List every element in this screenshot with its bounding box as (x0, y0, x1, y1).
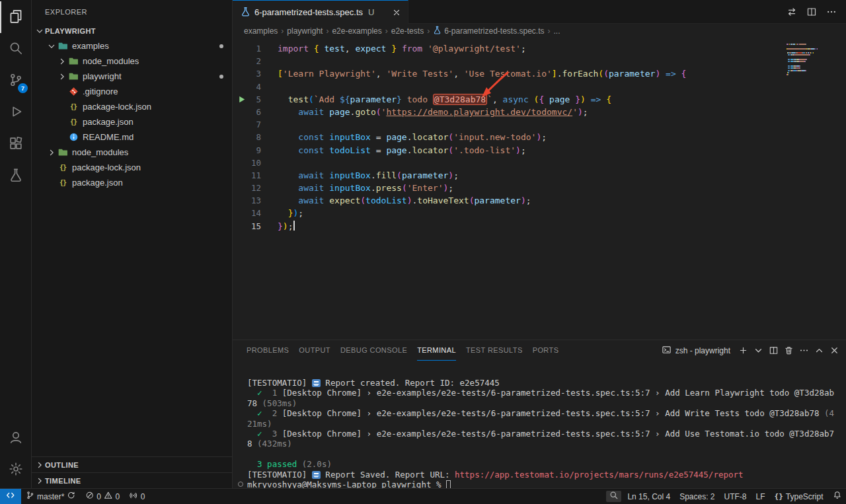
code-line-15[interactable]: 15}); (233, 220, 846, 233)
breadcrumb-item[interactable]: playwright (287, 26, 323, 36)
activity-item-testing[interactable] (0, 160, 31, 192)
code-line-1[interactable]: 1import { test, expect } from '@playwrig… (233, 42, 846, 55)
terminal-link[interactable]: https://app.testomat.io/projects/mars/ru… (455, 470, 744, 480)
terminal-line: ✓ 2 [Desktop Chrome] › e2e-examples/e2e-… (247, 408, 846, 418)
panel-tab-ports[interactable]: PORTS (533, 340, 559, 361)
activity-item-search[interactable] (0, 33, 31, 65)
breadcrumb: examples›playwright›e2e-examples›e2e-tes… (233, 24, 846, 38)
code-editor[interactable]: 1import { test, expect } from '@playwrig… (233, 38, 846, 340)
activity-item-run-debug[interactable] (0, 96, 31, 128)
terminal-line: 78 (503ms) (247, 398, 846, 408)
split-editor-icon[interactable] (804, 4, 820, 20)
code-line-13[interactable]: 13 await expect(todoList).toHaveText(par… (233, 194, 846, 207)
breadcrumb-separator: › (385, 26, 388, 36)
maximize-panel-icon[interactable] (812, 343, 827, 358)
tree-item-node_modules[interactable]: node_modules (32, 54, 232, 69)
terminal-line: 21ms) (247, 419, 846, 429)
panel-tab-debug-console[interactable]: DEBUG CONSOLE (340, 340, 407, 361)
terminal-actions: zsh - playwright (662, 343, 842, 358)
tree-item-.gitignore[interactable]: .gitignore (32, 84, 232, 99)
breadcrumb-item[interactable]: examples (244, 26, 278, 36)
panel-tab-terminal[interactable]: TERMINAL (417, 340, 456, 361)
magnifier-icon (609, 491, 619, 502)
line-number: 2 (233, 55, 278, 67)
code-line-7[interactable]: 7 (233, 118, 846, 131)
tree-item-package.json[interactable]: {}package.json (32, 114, 232, 129)
activity-item-account[interactable] (0, 422, 31, 454)
minimap[interactable] (787, 44, 834, 76)
close-panel-icon[interactable] (827, 343, 842, 358)
code-line-14[interactable]: 14 }); (233, 207, 846, 219)
code-line-9[interactable]: 9 const todoList = page.locator('.todo-l… (233, 144, 846, 157)
code-line-8[interactable]: 8 const inputBox = page.locator('input.n… (233, 131, 846, 143)
git-branch-status[interactable]: master* (21, 489, 81, 504)
code-line-11[interactable]: 11 await inputBox.fill(parameter); (233, 169, 846, 182)
terminal-dropdown-icon[interactable] (751, 343, 766, 358)
code-line-4[interactable]: 4 (233, 81, 846, 93)
breadcrumb-item[interactable]: e2e-tests (391, 26, 424, 36)
activity-item-explorer[interactable] (0, 1, 31, 33)
folder-icon (67, 56, 79, 66)
split-terminal-icon[interactable] (766, 343, 781, 358)
tree-item-label: node_modules (72, 147, 128, 157)
code-line-2[interactable]: 2 (233, 55, 846, 67)
sidebar-section-playwright[interactable]: PLAYWRIGHT (32, 23, 232, 38)
section-timeline[interactable]: TIMELINE (32, 472, 232, 488)
line-number: 5 (233, 93, 278, 106)
kill-terminal-icon[interactable] (781, 343, 796, 358)
encoding-status[interactable]: UTF-8 (720, 489, 751, 504)
more-actions-icon[interactable] (796, 343, 812, 358)
remote-indicator[interactable] (0, 489, 21, 504)
terminal-line: [TESTOMATIO] Report Saved. Report URL: h… (247, 470, 846, 480)
tree-item-playwright[interactable]: playwright (32, 69, 232, 84)
problems-status[interactable]: 0 0 (81, 489, 124, 504)
ports-count: 0 (141, 492, 145, 501)
tree-item-package-lock.json[interactable]: {}package-lock.json (32, 160, 232, 175)
activity-item-settings[interactable] (0, 454, 31, 486)
code-line-5[interactable]: 5 test(`Add ${parameter} todo @T3d28ab78… (233, 93, 846, 106)
sync-icon (67, 491, 76, 502)
terminal-line: ✓ 1 [Desktop Chrome] › e2e-examples/e2e-… (247, 388, 846, 398)
panel-tab-problems[interactable]: PROBLEMS (247, 340, 289, 361)
compare-changes-icon[interactable] (784, 4, 800, 20)
activity-item-source-control[interactable]: 7 (0, 65, 31, 96)
code-line-12[interactable]: 12 await inputBox.press('Enter'); (233, 182, 846, 194)
code-line-10[interactable]: 10 (233, 157, 846, 169)
json-icon: {} (67, 103, 79, 110)
eol-status[interactable]: LF (751, 489, 770, 504)
terminal-line: [TESTOMATIO] Report created. Report ID: … (247, 378, 846, 388)
tab-spec-file[interactable]: 6-parametrized-tests.spec.ts U (233, 0, 408, 24)
tree-item-node_modules[interactable]: node_modules (32, 145, 232, 160)
command-decoration-icon[interactable] (238, 482, 243, 487)
ports-status[interactable]: 0 (124, 489, 149, 504)
cursor-position-status[interactable]: Ln 15, Col 4 (623, 489, 675, 504)
terminal-instance[interactable]: zsh - playwright (662, 345, 730, 357)
panel-tab-test-results[interactable]: TEST RESULTS (466, 340, 523, 361)
screencast-toggle[interactable] (606, 491, 622, 502)
activity-item-extensions[interactable] (0, 128, 31, 160)
warning-icon (104, 491, 113, 502)
tree-item-examples[interactable]: examples (32, 38, 232, 54)
panel-header: PROBLEMSOUTPUTDEBUG CONSOLETERMINALTEST … (233, 340, 846, 361)
terminal-output[interactable]: [TESTOMATIO] Report created. Report ID: … (233, 361, 846, 488)
chevron-down-icon (34, 26, 45, 36)
tree-item-package.json[interactable]: {}package.json (32, 175, 232, 190)
breadcrumb-item[interactable]: ... (554, 26, 560, 36)
chevron-right-icon (57, 72, 67, 81)
indentation-status[interactable]: Spaces: 2 (675, 489, 719, 504)
terminal-icon (662, 345, 672, 357)
panel-tab-output[interactable]: OUTPUT (299, 340, 330, 361)
more-actions-icon[interactable] (824, 4, 839, 20)
code-line-6[interactable]: 6 await page.goto('https://demo.playwrig… (233, 106, 846, 118)
new-terminal-icon[interactable] (736, 343, 751, 358)
code-line-3[interactable]: 3['Learn Playwright', 'Write Tests', 'Us… (233, 67, 846, 80)
section-outline[interactable]: OUTLINE (32, 456, 232, 472)
tree-item-README.md[interactable]: README.md (32, 129, 232, 145)
modified-dot (219, 44, 223, 48)
notifications-bell[interactable] (828, 489, 846, 504)
breadcrumb-item[interactable]: e2e-examples (332, 26, 381, 36)
language-mode-status[interactable]: {} TypeScript (770, 489, 828, 504)
breadcrumb-item[interactable]: 6-parametrized-tests.spec.ts (433, 26, 544, 36)
tree-item-package-lock.json[interactable]: {}package-lock.json (32, 99, 232, 114)
close-icon[interactable] (392, 8, 401, 17)
